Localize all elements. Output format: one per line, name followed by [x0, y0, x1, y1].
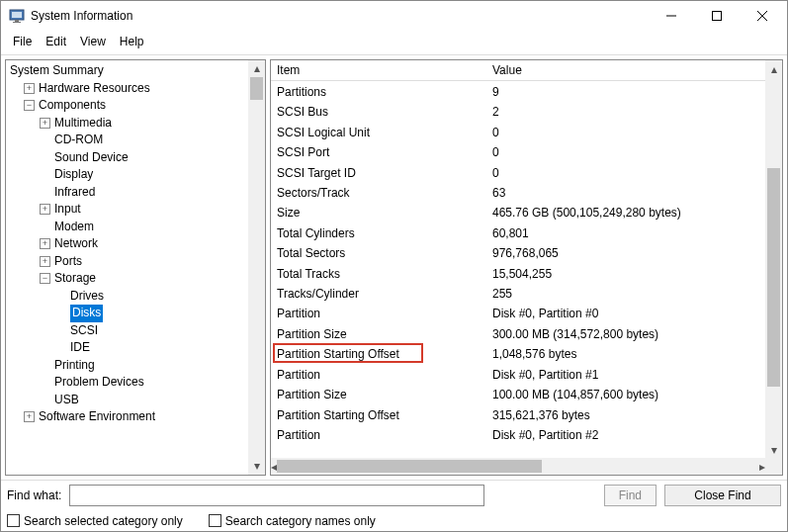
tree-storage[interactable]: −Storage: [10, 270, 265, 288]
tree-infrared[interactable]: Infrared: [10, 184, 265, 202]
scroll-thumb[interactable]: [277, 460, 542, 473]
find-options: Search selected category only Search cat…: [1, 509, 787, 532]
scroll-down-icon[interactable]: ▾: [765, 441, 782, 458]
menu-file[interactable]: File: [7, 33, 38, 50]
expand-icon[interactable]: +: [40, 204, 50, 215]
scroll-up-icon[interactable]: ▴: [248, 60, 265, 77]
data-row[interactable]: Partition Starting Offset1,048,576 bytes: [271, 344, 765, 364]
data-row[interactable]: PartitionDisk #0, Partition #2: [271, 425, 765, 445]
tree-drives[interactable]: Drives: [10, 288, 265, 306]
tree-root[interactable]: System Summary: [10, 62, 265, 80]
close-find-button[interactable]: Close Find: [664, 485, 781, 506]
col-item[interactable]: Item: [271, 60, 486, 80]
menu-view[interactable]: View: [74, 33, 112, 50]
cell-item: Tracks/Cylinder: [271, 284, 486, 304]
close-button[interactable]: [740, 2, 785, 30]
data-row[interactable]: PartitionDisk #0, Partition #0: [271, 304, 765, 323]
details-vscrollbar[interactable]: ▴ ▾: [765, 60, 782, 458]
tree-multimedia[interactable]: +Multimedia: [10, 115, 265, 133]
details-hscrollbar[interactable]: ◂ ▸: [271, 458, 765, 475]
find-input[interactable]: [69, 485, 484, 506]
expand-icon[interactable]: +: [40, 238, 50, 249]
data-row[interactable]: SCSI Logical Unit0: [271, 123, 765, 142]
find-label: Find what:: [7, 488, 61, 502]
cell-item: SCSI Bus: [271, 102, 486, 122]
tree-hardware-resources[interactable]: +Hardware Resources: [10, 80, 265, 98]
expand-icon[interactable]: +: [24, 411, 35, 422]
cell-value: 0: [486, 123, 765, 142]
svg-rect-5: [713, 12, 722, 21]
tree-components[interactable]: −Components: [10, 97, 265, 115]
data-row[interactable]: PartitionDisk #0, Partition #1: [271, 365, 765, 385]
tree-usb[interactable]: USB: [10, 392, 265, 409]
tree-printing[interactable]: Printing: [10, 357, 265, 375]
data-row[interactable]: Partitions9: [271, 82, 765, 102]
cell-value: 0: [486, 142, 765, 162]
svg-rect-2: [15, 20, 19, 22]
data-row[interactable]: Total Cylinders60,801: [271, 223, 765, 243]
find-button[interactable]: Find: [604, 485, 657, 506]
data-row[interactable]: SCSI Bus2: [271, 102, 765, 122]
cell-item: Sectors/Track: [271, 183, 486, 203]
cell-value: Disk #0, Partition #1: [486, 365, 765, 385]
minimize-button[interactable]: [649, 2, 694, 30]
scroll-thumb[interactable]: [250, 77, 263, 100]
cell-value: 63: [486, 183, 765, 203]
tree-scsi[interactable]: SCSI: [10, 322, 265, 340]
details-body[interactable]: Partitions9SCSI Bus2SCSI Logical Unit0SC…: [271, 82, 765, 458]
menu-help[interactable]: Help: [114, 33, 150, 50]
data-row[interactable]: Total Sectors976,768,065: [271, 243, 765, 263]
tree-sound-device[interactable]: Sound Device: [10, 149, 265, 167]
tree-ide[interactable]: IDE: [10, 339, 265, 357]
cell-item: Partition Size: [271, 385, 486, 404]
expand-icon[interactable]: +: [24, 83, 35, 94]
scroll-down-icon[interactable]: ▾: [248, 458, 265, 475]
data-row[interactable]: Partition Size300.00 MB (314,572,800 byt…: [271, 324, 765, 344]
tree-software-environment[interactable]: +Software Environment: [10, 408, 265, 426]
collapse-icon[interactable]: −: [40, 273, 50, 284]
data-row[interactable]: Partition Starting Offset315,621,376 byt…: [271, 405, 765, 425]
details-pane: Item Value Partitions9SCSI Bus2SCSI Logi…: [270, 59, 783, 476]
data-row[interactable]: Size465.76 GB (500,105,249,280 bytes): [271, 203, 765, 222]
tree-display[interactable]: Display: [10, 166, 265, 184]
tree-cdrom[interactable]: CD-ROM: [10, 132, 265, 149]
tree-scrollbar[interactable]: ▴ ▾: [248, 60, 265, 475]
scroll-thumb[interactable]: [767, 168, 780, 387]
maximize-button[interactable]: [694, 2, 740, 30]
cell-value: 100.00 MB (104,857,600 bytes): [486, 385, 765, 404]
cell-item: Total Tracks: [271, 264, 486, 284]
tree-network[interactable]: +Network: [10, 235, 265, 253]
col-value[interactable]: Value: [486, 60, 782, 80]
svg-rect-3: [13, 22, 21, 23]
expand-icon[interactable]: +: [40, 118, 50, 129]
tree-ports[interactable]: +Ports: [10, 253, 265, 271]
cell-value: 2: [486, 102, 765, 122]
scroll-corner: [765, 458, 782, 475]
cell-value: 465.76 GB (500,105,249,280 bytes): [486, 203, 765, 222]
tree-problem-devices[interactable]: Problem Devices: [10, 374, 265, 392]
data-row[interactable]: Partition Size100.00 MB (104,857,600 byt…: [271, 385, 765, 404]
cell-item: SCSI Port: [271, 142, 486, 162]
search-selected-only-checkbox[interactable]: Search selected category only: [7, 514, 183, 528]
titlebar[interactable]: System Information: [1, 1, 787, 31]
cell-item: Partition: [271, 425, 486, 445]
search-names-only-checkbox[interactable]: Search category names only: [209, 514, 376, 528]
scroll-up-icon[interactable]: ▴: [765, 60, 782, 77]
data-row[interactable]: Sectors/Track63: [271, 183, 765, 203]
data-row[interactable]: Total Tracks15,504,255: [271, 264, 765, 284]
cell-value: 315,621,376 bytes: [486, 405, 765, 425]
category-tree[interactable]: System Summary +Hardware Resources −Comp…: [5, 59, 266, 476]
collapse-icon[interactable]: −: [24, 100, 35, 111]
tree-disks[interactable]: Disks: [10, 305, 265, 322]
data-row[interactable]: SCSI Port0: [271, 142, 765, 162]
cell-value: 300.00 MB (314,572,800 bytes): [486, 324, 765, 344]
tree-modem[interactable]: Modem: [10, 219, 265, 236]
data-row[interactable]: Tracks/Cylinder255: [271, 284, 765, 304]
tree-input[interactable]: +Input: [10, 201, 265, 219]
data-row[interactable]: SCSI Target ID0: [271, 163, 765, 183]
cell-value: 976,768,065: [486, 243, 765, 263]
cell-value: 15,504,255: [486, 264, 765, 284]
menu-edit[interactable]: Edit: [40, 33, 72, 50]
expand-icon[interactable]: +: [40, 256, 50, 267]
cell-value: 0: [486, 163, 765, 183]
